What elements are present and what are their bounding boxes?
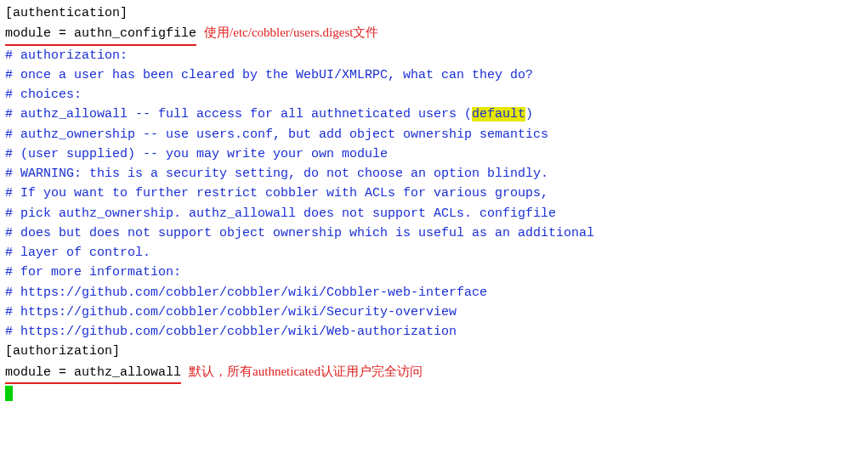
comment-line: # If you want to further restrict cobble… <box>5 184 863 203</box>
comment-line: # choices: <box>5 85 863 105</box>
comment-line: # authz_ownership -- use users.conf, but… <box>5 125 863 144</box>
module-authz-code: module = authz_allowall <box>5 363 181 384</box>
section-authentication: [authentication] <box>5 3 863 23</box>
section-authorization: [authorization] <box>5 342 863 361</box>
comment-line: # authorization: <box>5 46 863 65</box>
comment-line: # once a user has been cleared by the We… <box>5 65 863 85</box>
comment-line: # pick authz_ownership. authz_allowall d… <box>5 204 863 223</box>
comment-line: # does but does not support object owner… <box>5 223 863 243</box>
comment-line: # WARNING: this is a security setting, d… <box>5 164 863 184</box>
annotation-digest: 使用/etc/cobbler/users.digest文件 <box>204 25 378 39</box>
module-authn-code: module = authn_configfile <box>5 24 196 45</box>
module-authn-line: module = authn_configfile 使用/etc/cobbler… <box>5 23 863 45</box>
comment-text: # authz_allowall -- full access for all … <box>5 107 472 121</box>
comment-line: # for more information: <box>5 263 863 282</box>
annotation-allowall: 默认，所有authneticated认证用户完全访问 <box>189 364 423 378</box>
module-authz-line: module = authz_allowall 默认，所有authneticat… <box>5 362 863 384</box>
comment-line: # layer of control. <box>5 243 863 263</box>
highlight-default: default <box>472 107 525 121</box>
comment-text: ) <box>525 107 533 121</box>
comment-line: # (user supplied) -- you may write your … <box>5 144 863 164</box>
comment-line: # https://github.com/cobbler/cobbler/wik… <box>5 302 863 322</box>
cursor-line <box>5 384 863 404</box>
comment-line: # authz_allowall -- full access for all … <box>5 105 863 124</box>
comment-line: # https://github.com/cobbler/cobbler/wik… <box>5 322 863 342</box>
cursor-icon <box>5 386 13 401</box>
comment-line: # https://github.com/cobbler/cobbler/wik… <box>5 283 863 302</box>
